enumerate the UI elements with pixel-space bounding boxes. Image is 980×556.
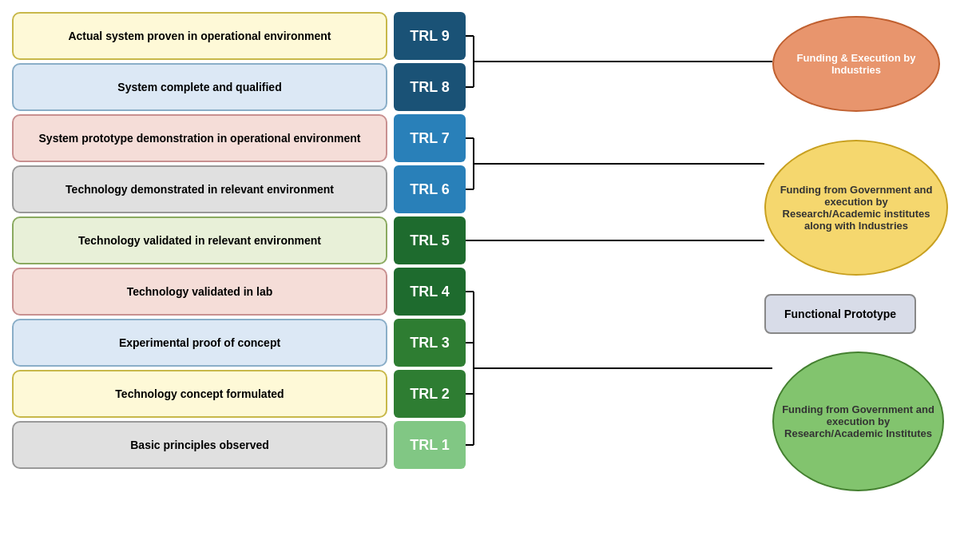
desc-box-2: Technology concept formulated (12, 370, 387, 418)
gov-research-label: Funding from Government and execution by… (774, 184, 938, 232)
desc-box-3: Experimental proof of concept (12, 319, 387, 367)
trl-row-5: Technology validated in relevant environ… (12, 216, 466, 264)
trl-row-2: Technology concept formulatedTRL 2 (12, 370, 466, 418)
ellipse-gov-research: Funding from Government and execution by… (764, 140, 948, 276)
trl-box-2: TRL 2 (394, 370, 466, 418)
trl-box-6: TRL 6 (394, 165, 466, 213)
trl-diagram: Actual system proven in operational envi… (0, 0, 980, 556)
trl-box-8: TRL 8 (394, 63, 466, 111)
trl-box-4: TRL 4 (394, 268, 466, 316)
desc-box-8: System complete and qualified (12, 63, 387, 111)
trl-row-4: Technology validated in labTRL 4 (12, 268, 466, 316)
desc-box-1: Basic principles observed (12, 421, 387, 469)
desc-box-4: Technology validated in lab (12, 268, 387, 316)
trl-box-7: TRL 7 (394, 114, 466, 162)
trl-box-3: TRL 3 (394, 319, 466, 367)
trl-box-5: TRL 5 (394, 216, 466, 264)
trl-row-7: System prototype demonstration in operat… (12, 114, 466, 162)
functional-prototype-box: Functional Prototype (764, 294, 916, 334)
desc-box-5: Technology validated in relevant environ… (12, 216, 387, 264)
trl-row-6: Technology demonstrated in relevant envi… (12, 165, 466, 213)
industries-label: Funding & Execution by Industries (782, 52, 930, 76)
desc-box-6: Technology demonstrated in relevant envi… (12, 165, 387, 213)
ellipse-gov-research-only: Funding from Government and execution by… (772, 351, 944, 491)
trl-row-3: Experimental proof of conceptTRL 3 (12, 319, 466, 367)
rows-container: Actual system proven in operational envi… (12, 12, 466, 469)
functional-prototype-label: Functional Prototype (784, 308, 896, 320)
desc-box-7: System prototype demonstration in operat… (12, 114, 387, 162)
trl-box-9: TRL 9 (394, 12, 466, 60)
gov-research-only-label: Funding from Government and execution by… (782, 403, 934, 439)
trl-row-9: Actual system proven in operational envi… (12, 12, 466, 60)
desc-box-9: Actual system proven in operational envi… (12, 12, 387, 60)
ellipse-industries: Funding & Execution by Industries (772, 16, 940, 112)
trl-box-1: TRL 1 (394, 421, 466, 469)
trl-row-1: Basic principles observedTRL 1 (12, 421, 466, 469)
trl-row-8: System complete and qualifiedTRL 8 (12, 63, 466, 111)
